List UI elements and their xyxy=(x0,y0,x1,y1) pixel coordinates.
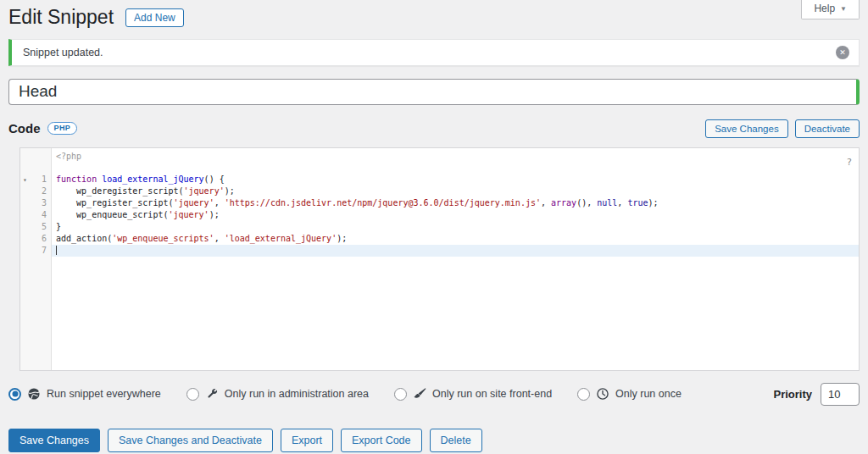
scope-settings: Run snippet everywhereOnly run in admini… xyxy=(8,383,860,406)
priority-setting: Priority xyxy=(773,383,860,406)
code-section-label: Code xyxy=(8,121,41,136)
radio-button[interactable] xyxy=(394,388,407,401)
line-number: 3 xyxy=(20,197,52,209)
code-line[interactable]: 4 wp_enqueue_script('jquery'); xyxy=(20,209,859,221)
scope-option-label: Only run in administration area xyxy=(225,388,369,400)
code-line[interactable]: <?php xyxy=(20,151,859,163)
save-and-deactivate-button[interactable]: Save Changes and Deactivate xyxy=(108,429,273,452)
code-editor[interactable]: ? <?php▾1function load_external_jQuery()… xyxy=(19,147,860,371)
php-badge: PHP xyxy=(47,122,78,135)
radio-button[interactable] xyxy=(577,388,590,401)
code-text: add_action('wp_enqueue_scripts', 'load_e… xyxy=(52,233,859,245)
wrench-icon xyxy=(205,387,219,401)
code-line[interactable]: 5} xyxy=(20,221,859,233)
code-text: wp_enqueue_script('jquery'); xyxy=(52,209,859,221)
scope-option[interactable]: Only run in administration area xyxy=(186,387,369,401)
scope-option[interactable]: Only run on site front-end xyxy=(394,387,552,401)
code-text: wp_deregister_script('jquery'); xyxy=(52,185,859,197)
scope-options: Run snippet everywhereOnly run in admini… xyxy=(8,387,682,401)
export-button[interactable]: Export xyxy=(281,429,333,452)
snippet-updated-notice: Snippet updated. ✕ xyxy=(8,39,860,66)
fold-icon[interactable]: ▾ xyxy=(23,174,27,186)
page-header: Edit Snippet Add New xyxy=(8,0,860,30)
line-number xyxy=(20,151,52,163)
line-number: 4 xyxy=(20,209,52,221)
close-icon: ✕ xyxy=(839,48,846,57)
deactivate-button[interactable]: Deactivate xyxy=(795,119,860,138)
code-text: } xyxy=(52,221,859,233)
notice-text: Snippet updated. xyxy=(23,47,103,58)
editor-help-icon[interactable]: ? xyxy=(846,157,852,169)
code-line[interactable]: 7 xyxy=(20,245,859,257)
code-line[interactable]: ▾1function load_external_jQuery() { xyxy=(20,174,859,185)
priority-label: Priority xyxy=(773,388,812,401)
page-title: Edit Snippet xyxy=(8,6,114,30)
text-cursor xyxy=(56,246,57,255)
line-number: 5 xyxy=(20,221,52,233)
edit-snippet-page: Edit Snippet Add New Snippet updated. ✕ … xyxy=(0,0,868,452)
code-line[interactable]: 2 wp_deregister_script('jquery'); xyxy=(20,185,859,197)
code-text xyxy=(52,245,859,257)
scope-option-label: Only run once xyxy=(615,388,682,400)
line-number: 2 xyxy=(20,185,52,197)
save-changes-top-button[interactable]: Save Changes xyxy=(705,119,787,138)
radio-button[interactable] xyxy=(186,388,199,401)
line-number: 7 xyxy=(20,245,52,257)
add-new-button[interactable]: Add New xyxy=(125,8,184,27)
globe-icon xyxy=(27,387,41,401)
save-changes-button[interactable]: Save Changes xyxy=(8,429,100,452)
radio-button[interactable] xyxy=(8,388,21,401)
snippet-title-input[interactable] xyxy=(8,79,860,105)
code-line[interactable]: 3 wp_register_script('jquery', 'https://… xyxy=(20,197,859,209)
delete-button[interactable]: Delete xyxy=(430,429,482,452)
scope-option-label: Only run on site front-end xyxy=(432,388,552,400)
top-actions: Save Changes Deactivate xyxy=(705,119,860,138)
code-text: function load_external_jQuery() { xyxy=(52,174,859,185)
scope-option[interactable]: Only run once xyxy=(577,387,682,401)
export-code-button[interactable]: Export Code xyxy=(341,429,421,452)
clock-icon xyxy=(596,387,609,401)
code-line[interactable]: 6add_action('wp_enqueue_scripts', 'load_… xyxy=(20,233,859,245)
code-text: wp_register_script('jquery', 'https://cd… xyxy=(52,197,859,209)
scope-option[interactable]: Run snippet everywhere xyxy=(8,387,161,401)
priority-input[interactable] xyxy=(821,383,860,406)
line-number: ▾1 xyxy=(20,174,52,185)
line-number: 6 xyxy=(20,233,52,245)
code-lines: <?php▾1function load_external_jQuery() {… xyxy=(20,148,859,257)
code-section-header: Code PHP Save Changes Deactivate xyxy=(8,119,860,138)
dismiss-notice-button[interactable]: ✕ xyxy=(836,46,849,59)
scope-option-label: Run snippet everywhere xyxy=(47,388,161,400)
code-text: <?php xyxy=(52,151,859,163)
brush-icon xyxy=(413,387,426,401)
footer-actions: Save Changes Save Changes and Deactivate… xyxy=(8,429,860,452)
